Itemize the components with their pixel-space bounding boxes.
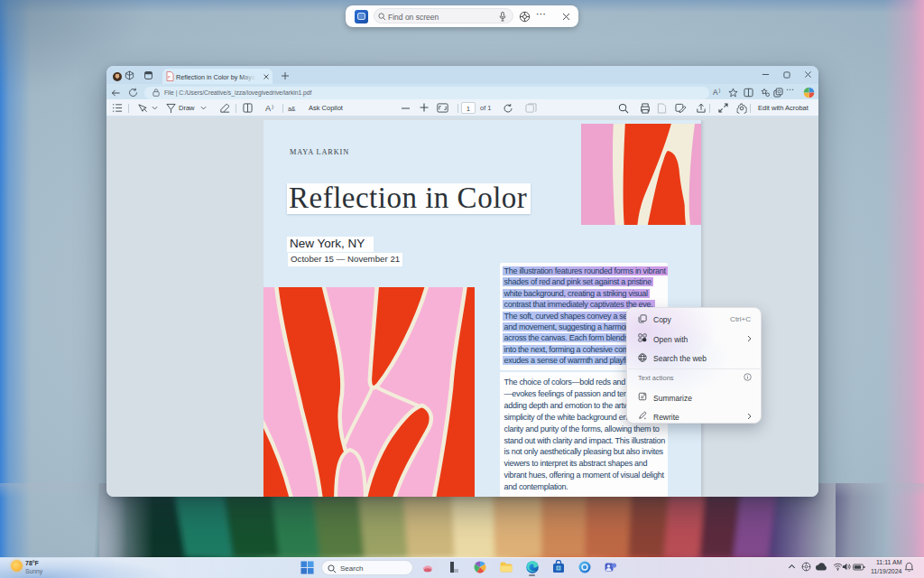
svg-text:P: P [168, 75, 171, 79]
svg-text:A: A [713, 89, 718, 97]
svg-text:a&: a& [288, 106, 296, 112]
svg-text:): ) [272, 103, 273, 108]
svg-text:A: A [265, 104, 272, 113]
svg-text:): ) [718, 88, 720, 93]
